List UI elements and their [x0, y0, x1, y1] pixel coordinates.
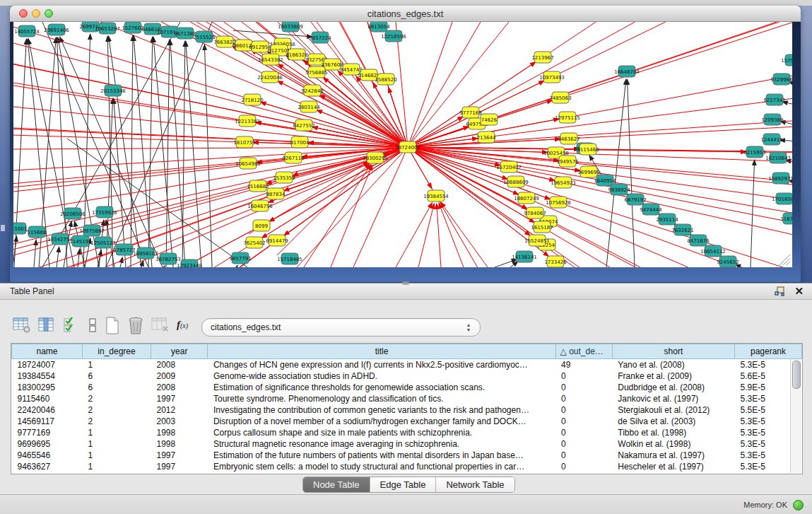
- minimize-window-button[interactable]: [32, 9, 40, 18]
- graph-node-1145194[interactable]: 1145194: [69, 235, 92, 247]
- graph-node-1785727[interactable]: 1785727: [113, 244, 135, 255]
- graph-node-1810755[interactable]: 1810755: [233, 136, 255, 148]
- graph-node-9463627[interactable]: 9463627: [558, 133, 579, 144]
- function-builder-icon[interactable]: f(x): [177, 319, 188, 331]
- graph-node-10654112[interactable]: 10654112: [700, 245, 726, 257]
- network-canvas[interactable]: 1405572420691406269971410653287152760284…: [13, 22, 792, 267]
- tab-edge-table[interactable]: Edge Table: [370, 477, 437, 492]
- row-options-icon[interactable]: [88, 317, 98, 334]
- close-window-button[interactable]: [19, 9, 28, 18]
- graph-node-9777169[interactable]: 9777169: [459, 107, 481, 118]
- graph-node-12213383[interactable]: 12213383: [235, 115, 260, 127]
- graph-node-9227341[interactable]: 9227341: [763, 94, 785, 105]
- new-table-icon[interactable]: [105, 317, 120, 334]
- graph-node-15892971[interactable]: 15892971: [768, 173, 792, 184]
- graph-node-7625402[interactable]: 7625402: [243, 237, 265, 248]
- graph-node-7632621[interactable]: 7632621: [671, 224, 693, 235]
- graph-node-2718120[interactable]: 2718120: [241, 94, 263, 105]
- graph-node-1209388[interactable]: 1209388: [761, 114, 783, 125]
- graph-node-9938924[interactable]: 9938924: [608, 184, 630, 195]
- graph-node-12505123[interactable]: 12505123: [90, 237, 116, 248]
- graph-node-10688609[interactable]: 10688609: [503, 176, 529, 187]
- graph-node-9329966[interactable]: 9329966: [770, 74, 792, 85]
- graph-node-9267110[interactable]: 9267110: [282, 152, 304, 163]
- graph-node-8427552[interactable]: 8427552: [293, 119, 314, 131]
- column-header-title[interactable]: title: [208, 344, 555, 359]
- graph-node-1733426[interactable]: 1733426: [544, 256, 567, 267]
- graph-node-9784067[interactable]: 9784067: [524, 207, 546, 218]
- graph-node-74626[interactable]: 74626: [481, 114, 498, 125]
- table-row[interactable]: 2242004622012Investigating the contribut…: [12, 404, 802, 416]
- tab-node-table[interactable]: Node Table: [303, 477, 370, 492]
- graph-node-14136141[interactable]: 14136141: [512, 251, 537, 262]
- graph-node-6914479[interactable]: 6914479: [266, 235, 288, 246]
- citation-graph[interactable]: 1405572420691406269971410653287152760284…: [13, 22, 792, 267]
- graph-node-10654985[interactable]: 10654985: [235, 158, 261, 169]
- graph-node-1615187[interactable]: 1615187: [531, 221, 553, 233]
- graph-node-7857224[interactable]: 7857224: [309, 32, 331, 43]
- table-selector-dropdown[interactable]: citations_edges.txt ▲▼: [201, 318, 481, 337]
- table-row[interactable]: 969969511998Structural magnetic resonanc…: [12, 438, 802, 450]
- graph-node-887834[interactable]: 887834: [266, 188, 286, 199]
- column-header-pagerank[interactable]: pagerank: [735, 344, 802, 359]
- column-header-out_de[interactable]: △ out_de…: [555, 344, 612, 359]
- tab-network-table[interactable]: Network Table: [436, 477, 514, 492]
- column-header-short[interactable]: short: [612, 344, 734, 359]
- graph-node-8099[interactable]: 8099: [253, 220, 270, 231]
- show-columns-icon[interactable]: [38, 317, 55, 334]
- graph-node-1535359[interactable]: 1535359: [273, 172, 295, 183]
- vertical-scrollbar[interactable]: [790, 359, 801, 473]
- panel-collapse-handle[interactable]: [1, 225, 5, 231]
- graph-node-15751074[interactable]: 15751074: [781, 54, 792, 66]
- graph-node-115688[interactable]: 115688: [28, 226, 47, 238]
- table-settings-icon[interactable]: [13, 317, 31, 334]
- graph-node-9756885[interactable]: 9756885: [305, 66, 327, 78]
- close-panel-icon[interactable]: ✕: [794, 284, 804, 298]
- graph-node-9242848[interactable]: 9242848: [301, 85, 323, 96]
- graph-node-2935114[interactable]: 2935114: [656, 214, 678, 225]
- table-row[interactable]: 1872400712008Changes of HCN gene express…: [12, 359, 802, 371]
- graph-node-14055724[interactable]: 14055724: [14, 25, 40, 37]
- graph-node-8186328[interactable]: 8186328: [286, 49, 307, 60]
- graph-node-213644[interactable]: 213644: [477, 132, 496, 143]
- table-row[interactable]: 1830029562008Estimation of significance …: [12, 382, 802, 393]
- graph-node-7515526[interactable]: 7515526: [193, 31, 216, 42]
- table-row[interactable]: 911546021997Tourette syndrome. Phenomeno…: [12, 393, 802, 404]
- graph-node-1949576[interactable]: 1949576: [556, 156, 579, 167]
- graph-node-2803144[interactable]: 2803144: [298, 101, 320, 112]
- table-row[interactable]: 946362711997Embryonic stem cells: a mode…: [12, 461, 802, 472]
- column-header-year[interactable]: year: [151, 344, 208, 359]
- zoom-window-button[interactable]: [45, 9, 53, 18]
- graph-node-1213967[interactable]: 1213967: [531, 52, 553, 63]
- graph-node-1527602[interactable]: 1527602: [122, 22, 143, 33]
- resize-grip[interactable]: [779, 255, 790, 265]
- table-row[interactable]: 977716911998Corpus callosum shape and si…: [12, 427, 802, 438]
- float-panel-icon[interactable]: [775, 286, 785, 296]
- graph-node-15718485[interactable]: 15718485: [277, 253, 302, 264]
- graph-node-1187533[interactable]: 1187533: [780, 213, 792, 224]
- graph-node-7485063[interactable]: 7485063: [549, 92, 571, 103]
- graph-node-8215953[interactable]: 8215953: [743, 146, 765, 158]
- splitter-grip[interactable]: [402, 281, 409, 285]
- network-window-titlebar[interactable]: citations_edges.txt: [10, 6, 801, 22]
- graph-node-16033809[interactable]: 16033809: [278, 22, 303, 32]
- table-row[interactable]: 1456911722003Disruption of a novel membe…: [12, 416, 802, 427]
- column-header-in_degree[interactable]: in_degree: [83, 344, 151, 359]
- graph-node-1244415[interactable]: 1244415: [760, 134, 782, 145]
- table-row[interactable]: 946554611997Estimation of the future num…: [12, 450, 802, 461]
- graph-node-8471676[interactable]: 8471676: [687, 235, 710, 246]
- graph-node-1588520[interactable]: 1588520: [375, 74, 396, 85]
- graph-node-1516682[interactable]: 1516682: [247, 180, 269, 192]
- delete-table-icon[interactable]: [127, 317, 144, 334]
- graph-node-817004[interactable]: 817004: [290, 136, 310, 148]
- graph-node-19654923[interactable]: 19654923: [551, 177, 576, 188]
- graph-node-9474444[interactable]: 9474444: [640, 204, 662, 215]
- graph-node-17016504[interactable]: 17016504: [772, 193, 792, 204]
- graph-node-9245652[interactable]: 9245652: [717, 256, 739, 267]
- column-header-name[interactable]: name: [12, 344, 83, 359]
- graph-node-6879197[interactable]: 6879197: [624, 194, 646, 205]
- graph-node-9115460[interactable]: 9115460: [577, 144, 599, 155]
- scrollbar-thumb[interactable]: [792, 361, 801, 389]
- destroy-table-icon[interactable]: [151, 317, 170, 334]
- graph-node-19384554[interactable]: 19384554: [423, 190, 449, 201]
